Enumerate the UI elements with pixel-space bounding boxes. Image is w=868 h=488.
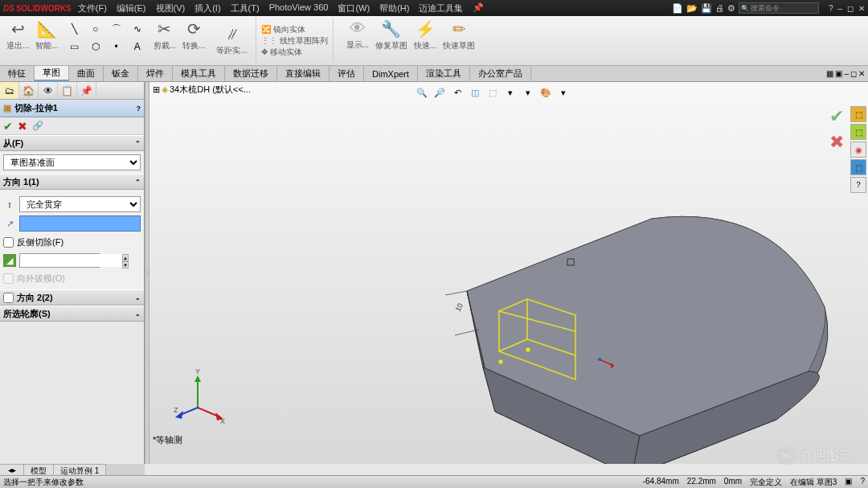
tab-weldment[interactable]: 焊件 [138, 66, 173, 81]
new-icon[interactable]: 📄 [672, 3, 683, 14]
ribbon: ↩退出... 📐智能... ╲ ○ ⌒ ∿ ▭ ⬡ • A ✂剪裁... ⟳转换… [0, 16, 868, 66]
offset-button[interactable]: ⫽等距实... [213, 23, 250, 58]
cancel-button[interactable]: ✖ [18, 120, 27, 133]
dir2-checkbox[interactable] [3, 293, 14, 303]
tab-mold[interactable]: 模具工具 [173, 66, 225, 81]
point-icon[interactable]: • [107, 39, 126, 55]
viewport[interactable]: ⊞◈34木梳DH (默认<<... 🔍 🔎 ↶ ◫ ⬚ ▾ ▾ 🎨 ▾ ✔ ✖ … [149, 82, 868, 464]
tab-sheetmetal[interactable]: 钣金 [104, 66, 138, 81]
menu-maidi[interactable]: 迈迪工具集 [419, 2, 463, 14]
section-dir2[interactable]: 方向 2(2)⌄ [0, 289, 144, 306]
view-orient-icon[interactable]: ⬚ [485, 85, 500, 100]
status-bar: 选择一把手来修改参数 -64.84mm 22.2mm 0mm 完全定义 在编辑 … [0, 475, 868, 488]
line-icon[interactable]: ╲ [65, 21, 84, 37]
status-help-icon[interactable]: ? [860, 477, 865, 488]
menu-file[interactable]: 文件(F) [78, 2, 107, 14]
appearance-icon[interactable]: 🎨 [538, 85, 553, 100]
ok-button[interactable]: ✔ [3, 120, 13, 133]
from-dropdown[interactable]: 草图基准面 [3, 154, 141, 170]
max-icon[interactable]: ◻ [850, 69, 857, 78]
section-from[interactable]: 从(F)⌃ [0, 135, 144, 151]
status-icon[interactable]: ▣ [845, 477, 852, 488]
tab-feature[interactable]: 特征 [0, 66, 35, 81]
menu-help[interactable]: 帮助(H) [379, 2, 409, 14]
direction-input[interactable] [19, 215, 141, 232]
status-hint: 选择一把手来修改参数 [3, 477, 84, 488]
panel-tab-pin[interactable]: 📌 [77, 82, 96, 99]
min-icon[interactable]: – [844, 69, 849, 78]
hide-show-icon[interactable]: ▾ [521, 85, 535, 100]
doc-title[interactable]: ⊞◈34木梳DH (默认<<... [153, 84, 251, 96]
close-icon[interactable]: ✕ [858, 4, 865, 13]
tab-evaluate[interactable]: 评估 [330, 66, 364, 81]
tab-surface[interactable]: 曲面 [69, 66, 104, 81]
text-icon[interactable]: A [128, 39, 147, 55]
section-contours[interactable]: 所选轮廓(S)⌄ [0, 306, 144, 322]
section-view-icon[interactable]: ◫ [468, 85, 482, 100]
tab-office[interactable]: 办公室产品 [470, 66, 531, 81]
closewin-icon[interactable]: ✕ [858, 69, 865, 78]
menu-tools[interactable]: 工具(T) [231, 2, 260, 14]
zoom-area-icon[interactable]: 🔎 [432, 85, 447, 100]
display-button[interactable]: 👁显示... [343, 18, 372, 64]
window-icon[interactable]: ▣ [835, 69, 842, 78]
property-panel: 🗂 🏠 👁 📋 📌 ▣ 切除-拉伸1 ? ✔ ✖ 🔗 从(F)⌃ 草图基准面 方… [0, 82, 145, 464]
menu-view[interactable]: 视图(V) [156, 2, 186, 14]
zoom-fit-icon[interactable]: 🔍 [415, 85, 429, 100]
help-icon[interactable]: ? [829, 4, 833, 13]
draft-icon[interactable]: ◢ [3, 254, 16, 267]
pattern-button[interactable]: ⋮⋮ 线性草图阵列 [261, 35, 328, 47]
tile-icon[interactable]: ▦ [826, 69, 833, 78]
menu-window[interactable]: 窗口(W) [338, 2, 370, 14]
scene-icon[interactable]: ▾ [556, 85, 571, 100]
reverse-cut-checkbox[interactable] [3, 237, 14, 248]
end-condition-dropdown[interactable]: 完全贯穿 [19, 196, 141, 212]
convert-button[interactable]: ⟳转换... [179, 18, 208, 64]
panel-tab-prop[interactable]: 📋 [58, 82, 77, 99]
menu-photoview[interactable]: PhotoView 360 [269, 2, 329, 14]
rapid-sketch-button[interactable]: ✏快速草图 [440, 18, 478, 64]
repair-button[interactable]: 🔧修复草图 [372, 18, 411, 64]
quick-button[interactable]: ⚡快速... [411, 18, 440, 64]
rt-icon-1[interactable]: ⬚ [850, 106, 866, 122]
options-icon[interactable]: ⚙ [727, 3, 735, 14]
title-bar: DSSOLIDWORKS 文件(F) 编辑(E) 视图(V) 插入(I) 工具(… [0, 0, 868, 16]
section-dir1[interactable]: 方向 1(1)⌃ [0, 174, 144, 190]
minimize-icon[interactable]: – [837, 4, 842, 13]
tab-datamigration[interactable]: 数据迁移 [225, 66, 277, 81]
detail-icon[interactable]: 🔗 [32, 121, 43, 131]
tab-sketch[interactable]: 草图 [35, 66, 69, 81]
rect-icon[interactable]: ▭ [65, 39, 84, 55]
trim-button[interactable]: ✂剪裁... [150, 18, 179, 64]
circle-icon[interactable]: ○ [86, 21, 105, 37]
move-button[interactable]: ✥ 移动实体 [261, 47, 302, 58]
model-3d[interactable]: + + 10 [294, 130, 857, 464]
tab-render[interactable]: 渲染工具 [418, 66, 470, 81]
search-input[interactable]: 搜索命令 [739, 2, 819, 14]
maximize-icon[interactable]: ◻ [847, 4, 854, 13]
reverse-dir-icon[interactable]: ↕ [3, 199, 16, 209]
arc-icon[interactable]: ⌒ [107, 21, 126, 37]
exit-sketch-button[interactable]: ↩退出... [3, 18, 32, 64]
reverse-cut-label: 反侧切除(F) [17, 236, 63, 248]
menu-insert[interactable]: 插入(I) [194, 2, 220, 14]
save-icon[interactable]: 💾 [701, 3, 712, 14]
pin-icon[interactable]: 📌 [473, 2, 484, 14]
panel-tab-config[interactable]: 🏠 [19, 82, 39, 99]
polygon-icon[interactable]: ⬡ [86, 39, 105, 55]
display-style-icon[interactable]: ▾ [503, 85, 518, 100]
tab-dimxpert[interactable]: DimXpert [364, 66, 418, 81]
menu-edit[interactable]: 编辑(E) [117, 2, 146, 14]
smart-dimension-button[interactable]: 📐智能... [32, 18, 61, 64]
panel-tab-feature[interactable]: 🗂 [0, 82, 19, 99]
draft-spinner[interactable]: ▲▼ [19, 253, 100, 268]
panel-tab-display[interactable]: 👁 [39, 82, 58, 99]
print-icon[interactable]: 🖨 [715, 3, 724, 13]
open-icon[interactable]: 📂 [686, 3, 698, 14]
direction-icon[interactable]: ↗ [3, 219, 16, 229]
spline-icon[interactable]: ∿ [128, 21, 147, 37]
confirm-ok-icon[interactable]: ✔ [829, 106, 844, 127]
mirror-button[interactable]: 🔀 镜向实体 [261, 24, 305, 35]
tab-directedit[interactable]: 直接编辑 [277, 66, 330, 81]
prev-view-icon[interactable]: ↶ [450, 85, 465, 100]
